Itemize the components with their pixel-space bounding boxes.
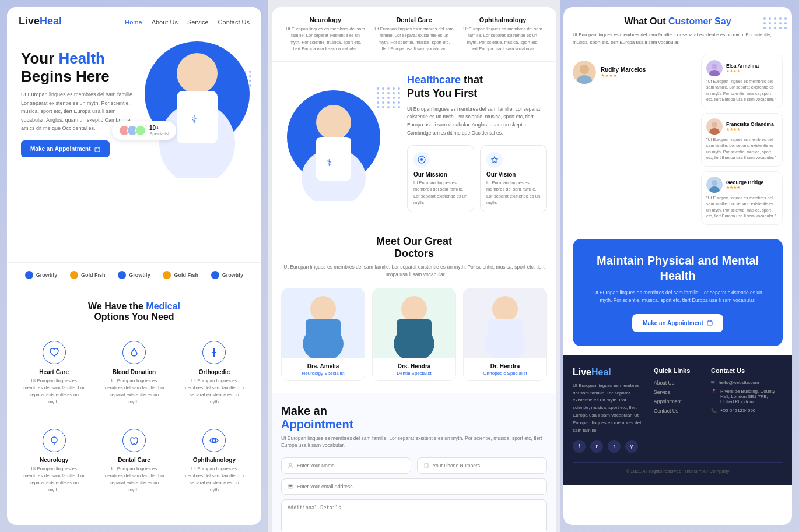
logo: LiveHeal (19, 15, 62, 27)
email-input[interactable] (297, 484, 541, 489)
elsa-profile: Elsa Armelina ★★★★ (706, 60, 777, 76)
footer-links-col: Quick Links About Us Service Appointment… (654, 367, 702, 453)
facebook-icon[interactable]: f (573, 440, 586, 453)
elsa-avatar (706, 60, 723, 76)
elsa-name: Elsa Armelina (726, 63, 759, 69)
brand-goldfish-2: Gold Fish (163, 271, 198, 279)
footer-link-appointment[interactable]: Appointment (654, 399, 702, 404)
about-card-vision: Our Vision Ut Europan lingues es membres… (480, 145, 547, 212)
george-name: Geourge Bridge (726, 179, 763, 185)
svg-point-20 (401, 296, 427, 322)
footer-link-contact[interactable]: Contact Us (654, 408, 702, 414)
appointment-form: Make an Appointment (281, 457, 547, 532)
phone-icon: 📞 (711, 408, 717, 413)
svg-point-26 (289, 463, 292, 466)
dots-decoration-hero (226, 71, 253, 87)
main-author-profile: Rudhy Marcelos ★★★★ (573, 61, 695, 84)
hero-image-area: ⚕ (139, 30, 261, 193)
svg-point-33 (580, 65, 589, 74)
george-avatar (706, 177, 723, 193)
main-author-avatar (573, 61, 596, 84)
mission-icon (413, 152, 430, 168)
secondary-testimonials: Elsa Armelina ★★★★ "Ut Europan lingues e… (701, 55, 783, 230)
svg-point-12 (316, 105, 351, 140)
elsa-text: "Ut Europan lingues es membres del sam f… (706, 79, 777, 103)
cta-appointment-button[interactable]: Make an Appointment (632, 314, 723, 332)
svg-rect-25 (488, 319, 523, 348)
appointment-title: Make anAppointment (281, 404, 547, 431)
brand-goldfish-1: Gold Fish (70, 271, 106, 279)
specialist-bubble: 10+ Specialist (112, 121, 176, 140)
svg-point-9 (51, 437, 57, 443)
about-cards: Our Mission Ut Europan lingues es membre… (407, 145, 547, 212)
footer-phone: 📞 +55 5421234560 (711, 408, 783, 413)
cta-title: Maintain Physical and Mental Health (587, 253, 769, 283)
testimonials-main-text: Ut Europan lingues es membres del sam fa… (573, 31, 783, 47)
svg-point-23 (492, 296, 518, 322)
appointment-description: Ut Europan lingues es membres del sam fa… (281, 435, 547, 450)
doctors-title: Meet Our GreatDoctors (281, 235, 547, 260)
vision-icon (486, 152, 503, 168)
elsa-stars: ★★★★ (726, 69, 759, 73)
instagram-icon[interactable]: in (590, 440, 603, 453)
footer-email: ✉ hello@website.com (711, 380, 783, 385)
footer-copyright: © 2021 All Rights reserved. This is Your… (573, 462, 783, 474)
secondary-testimonial-george: Geourge Bridge ★★★★ "Ut Europan lingues … (701, 171, 783, 225)
svg-rect-5 (177, 91, 218, 143)
secondary-testimonial-franciska: Franciska Orlandina ★★★★ "Ut Europan lin… (701, 113, 783, 167)
footer-address: 📍 Riverside Building, County Hall, Londo… (711, 389, 783, 404)
about-image-side: ⚕ (281, 84, 398, 201)
phone-input[interactable] (433, 463, 541, 468)
blood-donation-icon (122, 341, 146, 364)
location-icon: 📍 (711, 389, 717, 404)
nav-links: Home About Us Service Contact Us (125, 16, 250, 27)
franciska-avatar (706, 118, 723, 135)
about-title: Healthcare thatPuts You First (407, 73, 547, 101)
george-stars: ★★★★ (726, 185, 763, 190)
doctor-card-hendra: Drs. Hendra Dental Specialist (372, 288, 456, 381)
service-neurology: Neurology Ut Europan lingues es membres … (19, 422, 89, 501)
services-section: We Have the MedicalOptions You Need Hear… (7, 287, 261, 515)
name-input[interactable] (297, 463, 405, 468)
footer-link-about[interactable]: About Us (654, 380, 702, 386)
appointment-section: Make anAppointment Ut Europan lingues es… (272, 393, 556, 532)
footer-link-service[interactable]: Service (654, 389, 702, 395)
franciska-name: Franciska Orlandina (726, 121, 774, 127)
top-service-neurology: Neurology Ut Europan lingues es membres … (286, 16, 366, 52)
hero-section: Your HealthBegins Here Ut Europan lingue… (7, 36, 261, 157)
main-author-name: Rudhy Marcelos (601, 66, 646, 73)
hero-text: Your HealthBegins Here Ut Europan lingue… (21, 50, 138, 157)
svg-point-4 (177, 53, 218, 94)
footer-social: f in t y (573, 440, 644, 453)
right-panel: What Out Customer Say Ut Europan lingues… (560, 0, 799, 532)
doctor-amelia-image (282, 288, 365, 358)
email-icon: ✉ (711, 380, 715, 385)
main-author-stars: ★★★★ (601, 73, 646, 78)
footer-links-list: About Us Service Appointment Contact Us (654, 380, 702, 414)
nav-service[interactable]: Service (187, 16, 209, 27)
service-dental-care: Dental Care Ut Europan lingues es membre… (99, 422, 169, 501)
nav-contact[interactable]: Contact Us (218, 16, 250, 27)
youtube-icon[interactable]: y (625, 440, 638, 453)
doctor-hendra-image (373, 288, 455, 358)
doctors-section: Meet Our GreatDoctors Ut Europan lingues… (272, 224, 556, 393)
about-card-mission: Our Mission Ut Europan lingues es membre… (407, 145, 474, 212)
testimonials-layout: Rudhy Marcelos ★★★★ (573, 55, 783, 230)
hero-title: Your HealthBegins Here (21, 50, 138, 86)
message-textarea[interactable] (288, 505, 541, 532)
brand-growtify-2: Growtify (118, 271, 150, 279)
testimonials-section: What Out Customer Say Ut Europan lingues… (563, 7, 792, 239)
about-section: ⚕ Healthcare thatPuts You First (272, 62, 556, 224)
doctor-hendra2-image (464, 288, 546, 358)
brand-growtify-1: Growtify (25, 271, 58, 279)
footer-contact-col: Contact Us ✉ hello@website.com 📍 Riversi… (711, 367, 783, 453)
nav-home[interactable]: Home (125, 16, 142, 27)
footer: LiveHeal Ut Europan lingues es membres d… (563, 355, 792, 486)
hero-appointment-button[interactable]: Make an Appointment (21, 140, 110, 157)
nav-about[interactable]: About Us (152, 16, 178, 27)
svg-point-42 (712, 180, 717, 186)
twitter-icon[interactable]: t (608, 440, 621, 453)
name-field-wrap (281, 457, 411, 474)
brands-section: Growtify Gold Fish Growtify Gold Fish Gr… (7, 262, 261, 287)
george-profile: Geourge Bridge ★★★★ (706, 177, 777, 193)
